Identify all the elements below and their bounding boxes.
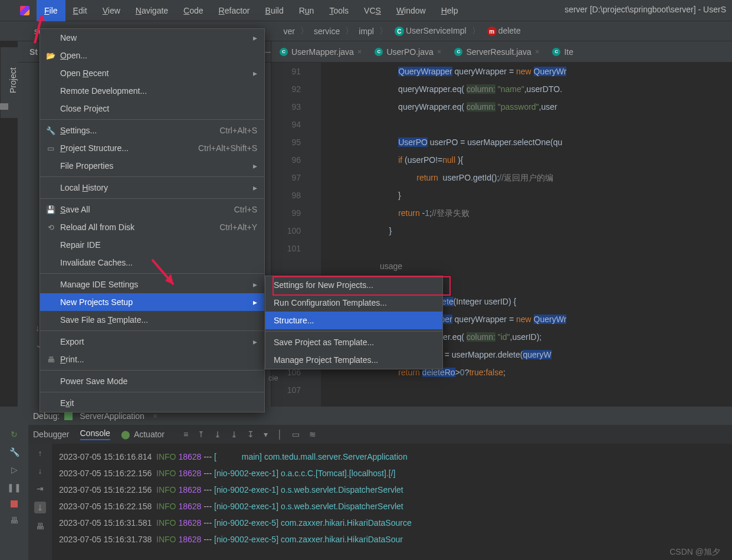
print-icon[interactable]: 🖶 [10,516,18,525]
stop-icon[interactable] [11,500,18,507]
menu-item-invalidate-caches[interactable]: Invalidate Caches... [40,254,264,271]
menu-item-manage-ide-settings[interactable]: Manage IDE Settings▸ [40,276,264,293]
debug-tab-bar: DebuggerConsole⬤Actuator≡⤒⤓⤓↧▾│▭≋ [0,425,732,444]
download-icon[interactable]: ↓ [35,323,40,333]
up-icon[interactable]: ↑ [38,448,42,458]
breadcrumb-part[interactable]: 〉 [470,26,482,37]
debug-toolbar-icon[interactable]: ≋ [309,430,316,439]
rerun-icon[interactable]: ↻ [11,430,18,439]
menu-item-open-recent[interactable]: Open Recent▸ [40,64,264,82]
app-icon [20,6,29,15]
menu-item-settings[interactable]: 🔧Settings...Ctrl+Alt+S [40,122,264,139]
menu-item-save-file-as-template[interactable]: Save File as Template... [40,311,264,329]
breadcrumb-part[interactable]: service [314,27,340,36]
separator [265,331,442,332]
debug-panel: Debug: ServerApplication × DebuggerConso… [0,407,732,560]
menu-item-close-project[interactable]: Close Project [40,100,264,117]
menu-item-save-all[interactable]: 💾Save AllCtrl+S [40,201,264,218]
console-line: 2023-07-05 15:16:22.156 INFO 18628 --- [… [59,482,725,498]
menu-tools[interactable]: Tools [321,0,356,21]
tab-serverresult-java[interactable]: CServerResult.java× [448,41,545,63]
tab-ite[interactable]: CIte [546,41,579,63]
menu-file[interactable]: File [37,0,65,21]
menu-view[interactable]: View [95,0,128,21]
scroll-to-end-icon[interactable]: ⤓ [34,502,46,513]
menu-build[interactable]: Build [258,0,291,21]
submenu-item-manage-project-templates[interactable]: Manage Project Templates... [265,351,442,369]
menu-item-local-history[interactable]: Local History▸ [40,179,264,197]
submenu-item-run-configuration-templates[interactable]: Run Configuration Templates... [265,294,442,312]
debug-tab-debugger[interactable]: Debugger [33,430,70,439]
console-line: 2023-07-05 15:16:22.158 INFO 18628 --- [… [59,498,725,515]
menu-item-print[interactable]: 🖶Print... [40,351,264,368]
new-projects-setup-submenu: Settings for New Projects...Run Configur… [265,276,443,369]
menu-help[interactable]: Help [434,0,466,21]
debug-toolbar-icon[interactable]: ⤒ [198,430,205,439]
menu-vcs[interactable]: VCS [356,0,389,21]
menu-item-repair-ide[interactable]: Repair IDE [40,236,264,254]
menu-navigate[interactable]: Navigate [128,0,176,21]
menu-item-reload-all-from-disk[interactable]: ⟲Reload All from DiskCtrl+Alt+Y [40,218,264,236]
tab-usermapper-java[interactable]: CUserMapper.java× [274,41,367,63]
resume-icon[interactable]: ▷ [11,465,18,474]
folder-icon [0,103,8,110]
menu-window[interactable]: Window [389,0,434,21]
debug-toolbar-icon[interactable]: ▾ [264,430,268,439]
breadcrumb-part[interactable]: CUserServiceImpl [393,26,467,37]
debug-tab-console[interactable]: Console [80,428,110,440]
project-label: Project [8,67,18,93]
console-line: 2023-07-05 15:16:31.738 INFO 18628 --- [… [59,531,725,548]
pause-icon[interactable]: ❚❚ [7,483,21,492]
console-line: 2023-07-05 15:16:31.581 INFO 18628 --- [… [59,515,725,531]
project-toolwindow-stripe[interactable]: Project [0,47,18,118]
debug-toolbar-icon[interactable]: │ [277,430,283,439]
bug-icon [64,412,73,420]
debug-toolbar-icon[interactable]: ≡ [183,430,188,439]
menu-edit[interactable]: Edit [65,0,95,21]
menu-item-project-structure[interactable]: ▭Project Structure...Ctrl+Alt+Shift+S [40,139,264,157]
print-icon[interactable]: 🖶 [36,522,44,531]
breadcrumb-part[interactable]: impl [359,27,374,36]
tab-userpo-java[interactable]: CUserPO.java× [369,41,447,63]
menu-item-exit[interactable]: Exit [40,394,264,412]
menu-item-new-projects-setup[interactable]: New Projects Setup▸ [40,293,264,311]
wrench-icon[interactable]: 🔧 [9,447,19,457]
breadcrumb-part[interactable]: 〉 [378,26,389,37]
separator [40,330,264,331]
debug-toolbar-icon[interactable]: ⤓ [214,430,221,439]
submenu-item-save-project-as-template[interactable]: Save Project as Template... [265,333,442,351]
submenu-item-structure[interactable]: Structure... [265,312,442,329]
menu-run[interactable]: Run [291,0,322,21]
separator [40,370,264,371]
structure-fragment: cie [268,374,278,382]
menu-item-file-properties[interactable]: File Properties▸ [40,157,264,175]
console-line: 2023-07-05 15:16:16.814 INFO 18628 --- [… [59,448,725,465]
menu-code[interactable]: Code [176,0,211,21]
down-icon[interactable]: ↓ [38,466,42,476]
debug-label: Debug: [33,411,60,421]
menu-item-new[interactable]: New▸ [40,29,264,47]
debug-toolbar-icon[interactable]: ⤓ [231,430,238,439]
debug-toolbar-icon[interactable]: ▭ [292,430,300,439]
debug-toolbar-icon[interactable]: ↧ [247,430,254,439]
structure-title: St [29,47,38,57]
breadcrumb-part[interactable]: mdelete [485,26,521,37]
menu-refactor[interactable]: Refactor [211,0,258,21]
breadcrumb-part[interactable]: 〉 [343,26,355,37]
wrap-icon[interactable]: ⇥ [37,484,44,493]
menu-item-open[interactable]: 📂Open... [40,47,264,64]
console-output[interactable]: 2023-07-05 15:16:16.814 INFO 18628 --- [… [52,444,732,560]
console-line: 2023-07-05 15:16:22.156 INFO 18628 --- [… [59,465,725,482]
separator [40,198,264,199]
menu-item-export[interactable]: Export▸ [40,333,264,351]
menu-item-power-save-mode[interactable]: Power Save Mode [40,372,264,390]
close-icon[interactable]: × [153,411,157,421]
menu-item-remote-development[interactable]: Remote Development... [40,82,264,100]
separator [40,273,264,274]
actuator-tab[interactable]: ⬤Actuator [121,430,165,439]
breadcrumb-part[interactable]: 〉 [298,26,310,37]
submenu-item-settings-for-new-projects[interactable]: Settings for New Projects... [265,276,442,294]
breadcrumb-part[interactable]: ver [283,27,294,36]
separator [40,119,264,120]
separator [40,176,264,177]
